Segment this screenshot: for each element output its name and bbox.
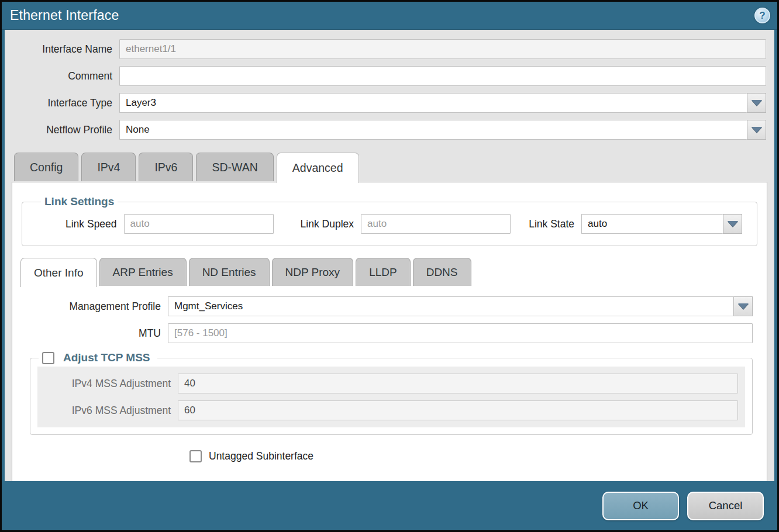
main-tab-bar: Config IPv4 IPv6 SD-WAN Advanced	[5, 153, 774, 182]
tab-ipv6[interactable]: IPv6	[139, 153, 193, 181]
interface-type-value[interactable]	[119, 93, 747, 113]
link-settings-row: Link Speed Link Duplex Link State	[39, 214, 740, 234]
link-state-dropdown-button[interactable]	[723, 214, 742, 234]
subtab-other-info[interactable]: Other Info	[20, 258, 97, 287]
advanced-tab-panel: Link Settings Link Speed Link Duplex Lin…	[12, 182, 767, 481]
link-settings-fieldset: Link Settings Link Speed Link Duplex Lin…	[22, 195, 757, 246]
link-speed-label: Link Speed	[66, 218, 124, 230]
link-settings-legend: Link Settings	[41, 195, 118, 208]
dialog-body: Interface Name Comment Interface Type Ne…	[2, 30, 777, 481]
interface-name-label: Interface Name	[5, 43, 119, 56]
mtu-label: MTU	[20, 327, 168, 340]
chevron-down-icon	[728, 221, 738, 227]
subtab-nd-entries[interactable]: ND Entries	[189, 258, 270, 286]
management-profile-value[interactable]	[168, 296, 733, 316]
adjust-tcp-mss-title: Adjust TCP MSS	[60, 351, 154, 364]
management-profile-row: Management Profile	[20, 296, 753, 316]
interface-name-row: Interface Name	[5, 39, 766, 59]
netflow-profile-row: Netflow Profile	[5, 120, 766, 140]
netflow-profile-label: Netflow Profile	[5, 124, 119, 136]
ipv6-mss-row: IPv6 MSS Adjustment	[44, 400, 738, 420]
interface-name-field	[119, 39, 766, 59]
subtab-arp-entries[interactable]: ARP Entries	[99, 258, 187, 286]
netflow-profile-dropdown-button[interactable]	[747, 120, 766, 140]
link-speed-group: Link Speed	[66, 214, 274, 234]
comment-field[interactable]	[119, 66, 766, 86]
tab-advanced[interactable]: Advanced	[277, 153, 359, 183]
netflow-profile-dropdown[interactable]	[119, 120, 766, 140]
sub-tab-bar: Other Info ARP Entries ND Entries NDP Pr…	[20, 258, 759, 286]
adjust-tcp-mss-checkbox[interactable]	[42, 352, 54, 364]
ipv4-mss-row: IPv4 MSS Adjustment	[44, 374, 738, 393]
ipv6-mss-label: IPv6 MSS Adjustment	[44, 405, 178, 417]
link-speed-field[interactable]	[124, 214, 274, 234]
cancel-button[interactable]: Cancel	[687, 492, 764, 520]
link-duplex-group: Link Duplex	[301, 214, 511, 234]
ipv4-mss-label: IPv4 MSS Adjustment	[44, 378, 178, 390]
interface-type-dropdown[interactable]	[119, 93, 766, 113]
tab-config[interactable]: Config	[14, 153, 78, 181]
footer-bar: OK Cancel	[2, 481, 777, 530]
link-settings-title: Link Settings	[41, 195, 118, 208]
chevron-down-icon	[752, 127, 762, 133]
management-profile-dropdown-button[interactable]	[733, 296, 753, 316]
ethernet-interface-dialog: Ethernet Interface ? Interface Name Comm…	[0, 0, 779, 532]
title-bar: Ethernet Interface ?	[2, 2, 777, 30]
adjust-tcp-mss-legend: Adjust TCP MSS	[39, 351, 157, 364]
ipv4-mss-field	[178, 374, 738, 393]
interface-type-dropdown-button[interactable]	[747, 93, 766, 113]
ok-button[interactable]: OK	[602, 492, 679, 520]
link-state-value[interactable]	[581, 214, 723, 234]
adjust-tcp-mss-fieldset: Adjust TCP MSS IPv4 MSS Adjustment IPv6 …	[30, 351, 753, 435]
mtu-field[interactable]	[168, 323, 753, 343]
link-state-dropdown[interactable]	[581, 214, 731, 234]
mtu-row: MTU	[20, 323, 753, 343]
mss-inner-area: IPv4 MSS Adjustment IPv6 MSS Adjustment	[37, 367, 745, 427]
link-state-label: Link State	[529, 218, 581, 230]
chevron-down-icon	[752, 100, 762, 106]
help-icon[interactable]: ?	[754, 8, 770, 23]
untagged-subinterface-row: Untagged Subinterface	[189, 450, 759, 462]
subtab-lldp[interactable]: LLDP	[356, 258, 411, 286]
tab-ipv4[interactable]: IPv4	[81, 153, 136, 181]
comment-row: Comment	[5, 66, 766, 86]
netflow-profile-value[interactable]	[119, 120, 747, 140]
subtab-ndp-proxy[interactable]: NDP Proxy	[272, 258, 354, 286]
management-profile-label: Management Profile	[20, 300, 168, 313]
ipv6-mss-field	[178, 400, 738, 420]
management-profile-dropdown[interactable]	[168, 296, 753, 316]
interface-type-label: Interface Type	[5, 97, 119, 109]
interface-type-row: Interface Type	[5, 93, 766, 113]
link-duplex-field[interactable]	[361, 214, 511, 234]
untagged-subinterface-label: Untagged Subinterface	[209, 450, 313, 462]
top-form: Interface Name Comment Interface Type Ne…	[5, 30, 774, 148]
dialog-title: Ethernet Interface	[10, 8, 119, 23]
untagged-subinterface-checkbox[interactable]	[189, 450, 202, 462]
link-state-group: Link State	[529, 214, 731, 234]
tab-sdwan[interactable]: SD-WAN	[196, 153, 273, 181]
link-duplex-label: Link Duplex	[301, 218, 361, 230]
comment-label: Comment	[5, 70, 119, 82]
chevron-down-icon	[738, 303, 749, 309]
subtab-ddns[interactable]: DDNS	[413, 258, 471, 286]
help-glyph: ?	[759, 10, 765, 22]
